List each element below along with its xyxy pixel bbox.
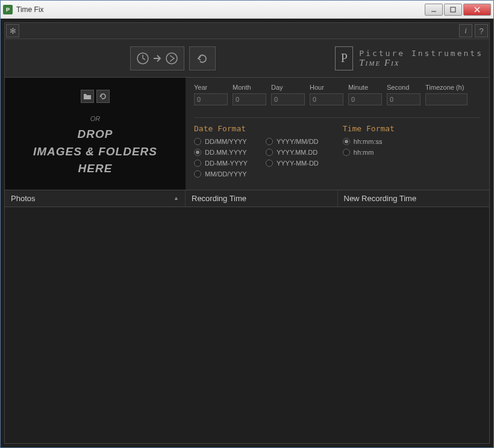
radio-ddmmyyyy-dot[interactable]: DD.MM.YYYY [194,149,248,156]
input-hour[interactable] [310,93,343,105]
format-section: Date Format DD/MM/YYYY DD.MM.YYYY DD-MM-… [194,117,481,178]
svg-rect-1 [451,7,455,12]
label-minute: Minute [348,84,382,91]
undo-button[interactable] [189,46,216,70]
window-controls [425,4,491,16]
client-area: ✻ i ? P Picture Instruments [1,19,493,447]
arrow-right-icon [153,54,161,63]
logo-mark: P [335,46,353,70]
help-button[interactable]: ? [475,24,488,37]
input-minute[interactable] [348,93,382,105]
radio-dot-icon [194,149,201,156]
brand-logo: P Picture Instruments Time Fix [335,46,483,70]
radio-yyyymmdd-slash[interactable]: YYYY/MM/DD [266,138,319,145]
radio-label: YYYY.MM.DD [277,149,317,156]
mid-section: OR DROP IMAGES & FOLDERS HERE Year Month [4,78,490,190]
logo-text: Picture Instruments Time Fix [359,49,483,68]
date-format-title: Date Format [194,124,319,133]
time-format-radios: hh:mm:ss hh:mm [343,138,395,156]
date-format-radios: DD/MM/YYYY DD.MM.YYYY DD-MM-YYYY MM/DD/Y… [194,138,319,178]
radio-dot-icon [343,149,350,156]
window-title: Time Fix [16,5,425,14]
time-format-title: Time Format [343,124,395,133]
field-day: Day [271,84,305,105]
field-minute: Minute [348,84,382,105]
radio-yyyymmdd-dash[interactable]: YYYY-MM-DD [266,160,319,167]
date-format-group: Date Format DD/MM/YYYY DD.MM.YYYY DD-MM-… [194,124,319,178]
drop-zone[interactable]: OR DROP IMAGES & FOLDERS HERE [5,78,186,190]
label-month: Month [233,84,266,91]
close-button[interactable] [463,4,491,16]
maximize-button[interactable] [444,4,462,16]
radio-dot-icon [343,138,350,145]
forward-icon [165,52,178,65]
field-month: Month [233,84,266,105]
input-year[interactable] [194,93,228,105]
radio-label: DD.MM.YYYY [205,149,247,156]
input-second[interactable] [387,93,421,105]
radio-dot-icon [266,160,273,167]
time-format-col: hh:mm:ss hh:mm [343,138,383,156]
col-photos[interactable]: Photos ▲ [5,190,186,207]
field-hour: Hour [310,84,343,105]
info-button[interactable]: i [459,24,472,37]
undo-icon [196,52,209,65]
field-second: Second [387,84,421,105]
date-format-col2: YYYY/MM/DD YYYY.MM.DD YYYY-MM-DD [266,138,319,178]
radio-dot-icon [194,170,201,178]
minimize-button[interactable] [425,4,443,16]
col-recording-time[interactable]: Recording Time [186,190,338,207]
gear-icon: ✻ [10,26,16,36]
toolbar: ✻ i ? [4,22,490,39]
info-icon: i [464,26,467,36]
col-new-recording-time[interactable]: New Recording Time [338,190,490,207]
svg-point-7 [166,53,177,64]
reload-icon [99,92,107,101]
settings-button[interactable]: ✻ [6,24,19,37]
clock-icon [136,52,149,65]
label-hour: Hour [310,84,343,91]
radio-dot-icon [266,138,273,145]
label-day: Day [271,84,305,91]
radio-dot-icon [194,160,201,167]
radio-label: YYYY/MM/DD [277,138,319,145]
field-year: Year [194,84,228,105]
col-new-recording-time-label: New Recording Time [344,194,417,203]
radio-ddmmyyyy-dash[interactable]: DD-MM-YYYY [194,160,248,167]
drop-line1: DROP [78,126,113,143]
radio-ddmmyyyy-slash[interactable]: DD/MM/YYYY [194,138,248,145]
radio-hhmmss[interactable]: hh:mm:ss [343,138,383,145]
radio-hhmm[interactable]: hh:mm [343,149,383,156]
radio-mmddyyyy[interactable]: MM/DD/YYYY [194,170,248,178]
radio-dot-icon [266,149,273,156]
header-actions [11,46,335,70]
drop-line3: HERE [78,160,113,178]
open-folder-button[interactable] [81,90,94,103]
header: P Picture Instruments Time Fix [4,39,490,78]
col-recording-time-label: Recording Time [192,194,246,203]
drop-line2: IMAGES & FOLDERS [33,143,157,161]
date-format-col1: DD/MM/YYYY DD.MM.YYYY DD-MM-YYYY MM/DD/Y… [194,138,248,178]
folder-icon [83,93,92,100]
brand-line1: Picture Instruments [359,49,483,58]
brand-line2: Time Fix [359,58,483,68]
radio-label: MM/DD/YYYY [205,170,247,178]
apply-time-shift-button[interactable] [130,46,184,70]
table-body[interactable] [4,207,490,444]
field-timezone: Timezone (h) [425,84,467,105]
radio-label: DD-MM-YYYY [205,160,248,167]
offset-fields: Year Month Day Hour [194,84,481,105]
input-timezone[interactable] [425,93,467,105]
time-format-group: Time Format hh:mm:ss hh:mm [343,124,395,178]
reload-button[interactable] [96,90,110,103]
input-month[interactable] [233,93,266,105]
input-day[interactable] [271,93,305,105]
drop-or: OR [90,115,101,122]
app-window: P Time Fix ✻ i ? [0,0,494,448]
radio-label: YYYY-MM-DD [277,160,319,167]
radio-dot-icon [194,138,201,145]
radio-yyyymmdd-dot[interactable]: YYYY.MM.DD [266,149,319,156]
col-photos-label: Photos [11,194,35,203]
table-header: Photos ▲ Recording Time New Recording Ti… [4,190,490,207]
controls-panel: Year Month Day Hour [186,78,489,190]
